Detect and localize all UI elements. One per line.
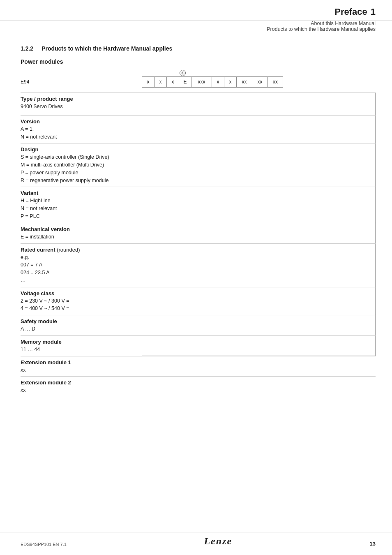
section-title: Products to which the Hardware Manual ap… [42,45,172,52]
field-memory-label: Memory module [21,335,142,346]
field-memory-label-col: Memory module 11 … 44 [21,335,142,356]
product-code-area: ① E94 x x x E xxx x x xx xx xx [21,70,376,88]
header-subtitles: About this Hardware Manual Products to w… [0,21,392,34]
section-number: 1.2.2 [21,45,33,52]
field-type-value: 9400 Servo Drives [21,103,142,113]
field-safety-label: Safety module [21,315,142,325]
header: Preface 1 About this Hardware Manual Pro… [0,0,392,34]
field-mech-value: E = installation [21,233,142,243]
field-design-label-col: Design S = single-axis controller (Singl… [21,143,142,187]
field-variant-label-col: Variant H = HighLine N = not relevant P … [21,187,142,222]
header-subtitle1: About this Hardware Manual [0,21,376,26]
field-mech-label-col: Mechanical version E = installation [21,223,142,243]
field-rated-bracket [142,243,376,287]
field-safety-module: Safety module A … D [21,315,376,335]
field-safety-label-col: Safety module A … D [21,315,142,335]
seg-x2: x [154,76,166,88]
circle-indicator-row: ① [21,70,376,76]
seg-xx3: xx [267,76,283,88]
field-ext1-bracket [142,356,376,377]
field-version-label: Version [21,115,142,125]
field-design-bracket [142,143,376,187]
seg-x1: x [142,76,154,88]
seg-x4: x [212,76,224,88]
field-type-product-range: Type / product range 9400 Servo Drives [21,92,376,115]
footer-page: 13 [370,541,376,547]
field-type-bracket [142,92,376,115]
field-version: Version A = 1. N = not relevant [21,115,376,143]
field-variant-bracket [142,187,376,222]
field-design-value: S = single-axis controller (Single Drive… [21,153,142,187]
field-ext-module-1: Extension module 1 xx [21,356,376,377]
code-prefix-label: E94 [21,79,142,85]
footer-doc-id: EDS94SPP101 EN 7.1 [21,542,67,547]
field-rated-label-bold: Rated current [21,247,55,253]
field-version-label-col: Version A = 1. N = not relevant [21,115,142,143]
fields-container: Type / product range 9400 Servo Drives V… [21,92,376,397]
section-heading: 1.2.2 Products to which the Hardware Man… [21,45,376,52]
seg-xx1: xx [236,76,252,88]
seg-xx2: xx [252,76,267,88]
code-boxes-row: E94 x x x E xxx x x xx xx xx [21,76,376,88]
header-title: Preface [334,7,367,17]
footer-brand: Lenze [204,536,232,547]
field-ext2-label: Extension module 2 [21,376,142,386]
field-voltage-bracket [142,287,376,315]
field-ext2-bracket [142,376,376,397]
seg-x3: x [166,76,179,88]
page: Preface 1 About this Hardware Manual Pro… [0,0,392,555]
power-modules-heading: Power modules [21,58,376,65]
field-ext1-label-col: Extension module 1 xx [21,356,142,377]
field-ext2-value: xx [21,386,142,397]
field-version-value: A = 1. N = not relevant [21,125,142,143]
field-variant-label: Variant [21,187,142,197]
field-type-label-col: Type / product range 9400 Servo Drives [21,92,142,115]
field-memory-module: Memory module 11 … 44 [21,335,376,356]
seg-E: E [179,76,191,88]
field-version-bracket [142,115,376,143]
seg-x5: x [224,76,236,88]
field-mech-bracket [142,223,376,243]
field-safety-value: A … D [21,325,142,335]
header-page-number: 1 [371,7,376,17]
field-memory-value: 11 … 44 [21,346,142,356]
field-rated-label-suffix: (rounded) [57,247,80,253]
main-content: 1.2.2 Products to which the Hardware Man… [0,34,392,430]
field-voltage-class: Voltage class 2 = 230 V ~ / 300 V = 4 = … [21,287,376,315]
seg-xxx: xxx [191,76,212,88]
field-design: Design S = single-axis controller (Singl… [21,143,376,187]
field-safety-bracket [142,315,376,335]
header-subtitle2: Products to which the Hardware Manual ap… [0,26,376,32]
field-voltage-label-col: Voltage class 2 = 230 V ~ / 300 V = 4 = … [21,287,142,315]
field-rated-label-col: Rated current (rounded) e.g. 007 = 7 A 0… [21,243,142,287]
field-type-label: Type / product range [21,92,142,103]
field-voltage-label: Voltage class [21,287,142,297]
footer: EDS94SPP101 EN 7.1 Lenze 13 [0,532,392,547]
field-ext1-label: Extension module 1 [21,356,142,366]
field-rated-value: e.g. 007 = 7 A 024 = 23.5 A … [21,254,142,287]
field-rated-current: Rated current (rounded) e.g. 007 = 7 A 0… [21,243,376,287]
field-ext1-value: xx [21,366,142,377]
field-ext2-label-col: Extension module 2 xx [21,376,142,397]
field-mech-label: Mechanical version [21,223,142,233]
circle-one-indicator: ① [180,70,186,76]
field-memory-bracket [142,335,376,356]
field-voltage-value: 2 = 230 V ~ / 300 V = 4 = 400 V ~ / 540 … [21,297,142,315]
field-ext-module-2: Extension module 2 xx [21,376,376,397]
field-variant-value: H = HighLine N = not relevant P = PLC [21,197,142,222]
field-design-label: Design [21,143,142,153]
field-variant: Variant H = HighLine N = not relevant P … [21,187,376,222]
field-mech-version: Mechanical version E = installation [21,223,376,243]
field-rated-label: Rated current (rounded) [21,243,142,254]
